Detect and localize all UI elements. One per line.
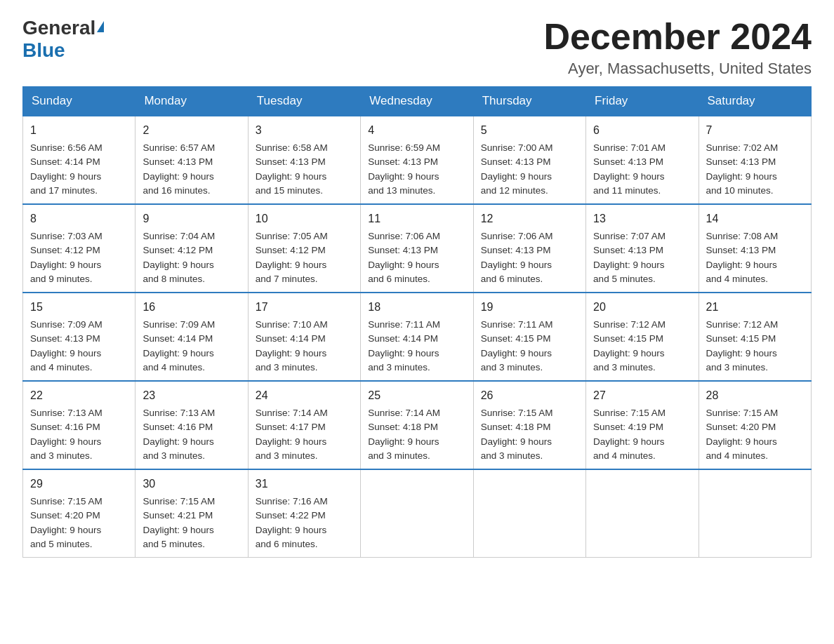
sunrise-label: Sunrise: 7:04 AM xyxy=(143,231,215,241)
header-monday: Monday xyxy=(135,87,248,116)
sunset-label: Sunset: 4:13 PM xyxy=(143,156,213,167)
sunset-label: Sunset: 4:14 PM xyxy=(143,333,213,344)
sunrise-label: Sunrise: 7:15 AM xyxy=(481,408,553,418)
daylight-label: Daylight: 9 hours xyxy=(30,525,101,535)
sunset-label: Sunset: 4:13 PM xyxy=(30,333,100,344)
daylight-minutes: and 3 minutes. xyxy=(593,362,656,373)
sunset-label: Sunset: 4:12 PM xyxy=(30,245,100,255)
calendar-cell: 31 Sunrise: 7:16 AM Sunset: 4:22 PM Dayl… xyxy=(248,469,360,558)
daylight-minutes: and 6 minutes. xyxy=(256,539,318,549)
day-number: 22 xyxy=(30,387,128,404)
day-number: 7 xyxy=(706,122,804,139)
calendar-cell: 22 Sunrise: 7:13 AM Sunset: 4:16 PM Dayl… xyxy=(23,381,135,469)
daylight-minutes: and 17 minutes. xyxy=(30,185,98,196)
day-number: 24 xyxy=(256,387,353,404)
daylight-label: Daylight: 9 hours xyxy=(143,436,213,447)
daylight-minutes: and 3 minutes. xyxy=(481,362,543,373)
day-number: 12 xyxy=(481,210,578,227)
sunrise-label: Sunrise: 7:14 AM xyxy=(368,408,440,418)
sunrise-label: Sunrise: 7:14 AM xyxy=(256,408,328,418)
sunset-label: Sunset: 4:18 PM xyxy=(368,422,438,432)
daylight-label: Daylight: 9 hours xyxy=(143,171,213,182)
calendar-week-1: 1 Sunrise: 6:56 AM Sunset: 4:14 PM Dayli… xyxy=(23,116,812,204)
sunrise-label: Sunrise: 7:15 AM xyxy=(30,496,102,507)
header-wednesday: Wednesday xyxy=(361,87,473,116)
day-number: 23 xyxy=(143,387,240,404)
day-number: 29 xyxy=(30,476,128,492)
location-subtitle: Ayer, Massachusetts, United States xyxy=(543,60,812,78)
daylight-minutes: and 6 minutes. xyxy=(368,274,430,284)
sunrise-label: Sunrise: 7:03 AM xyxy=(30,231,102,241)
daylight-minutes: and 3 minutes. xyxy=(30,450,93,461)
sunrise-label: Sunrise: 7:09 AM xyxy=(30,319,102,330)
calendar-cell: 1 Sunrise: 6:56 AM Sunset: 4:14 PM Dayli… xyxy=(23,116,135,204)
sunrise-label: Sunrise: 7:10 AM xyxy=(256,319,328,330)
sunrise-label: Sunrise: 7:16 AM xyxy=(256,496,328,507)
calendar-cell: 21 Sunrise: 7:12 AM Sunset: 4:15 PM Dayl… xyxy=(699,293,811,381)
daylight-minutes: and 3 minutes. xyxy=(256,450,318,461)
calendar-cell: 8 Sunrise: 7:03 AM Sunset: 4:12 PM Dayli… xyxy=(23,204,135,293)
daylight-label: Daylight: 9 hours xyxy=(593,260,664,270)
day-number: 13 xyxy=(593,210,691,227)
logo-blue-text: Blue xyxy=(22,39,65,62)
daylight-minutes: and 3 minutes. xyxy=(143,450,205,461)
calendar-cell: 29 Sunrise: 7:15 AM Sunset: 4:20 PM Dayl… xyxy=(23,469,135,558)
sunset-label: Sunset: 4:13 PM xyxy=(593,245,663,255)
daylight-label: Daylight: 9 hours xyxy=(368,348,439,358)
calendar-cell: 30 Sunrise: 7:15 AM Sunset: 4:21 PM Dayl… xyxy=(135,469,248,558)
daylight-minutes: and 3 minutes. xyxy=(481,450,543,461)
sunset-label: Sunset: 4:12 PM xyxy=(256,245,326,255)
sunrise-label: Sunrise: 6:57 AM xyxy=(143,142,215,153)
daylight-minutes: and 3 minutes. xyxy=(706,362,769,373)
calendar-cell: 2 Sunrise: 6:57 AM Sunset: 4:13 PM Dayli… xyxy=(135,116,248,204)
daylight-label: Daylight: 9 hours xyxy=(143,260,213,270)
month-year-title: December 2024 xyxy=(543,17,812,57)
daylight-minutes: and 15 minutes. xyxy=(256,185,323,196)
daylight-label: Daylight: 9 hours xyxy=(256,436,326,447)
daylight-label: Daylight: 9 hours xyxy=(256,171,326,182)
calendar-cell: 16 Sunrise: 7:09 AM Sunset: 4:14 PM Dayl… xyxy=(135,293,248,381)
sunset-label: Sunset: 4:16 PM xyxy=(30,422,100,432)
sunrise-label: Sunrise: 7:08 AM xyxy=(706,231,779,241)
daylight-label: Daylight: 9 hours xyxy=(30,348,101,358)
sunrise-label: Sunrise: 6:59 AM xyxy=(368,142,440,153)
calendar-cell: 25 Sunrise: 7:14 AM Sunset: 4:18 PM Dayl… xyxy=(361,381,473,469)
sunrise-label: Sunrise: 7:13 AM xyxy=(30,408,102,418)
daylight-minutes: and 9 minutes. xyxy=(30,274,93,284)
sunrise-label: Sunrise: 7:07 AM xyxy=(593,231,666,241)
sunrise-label: Sunrise: 7:06 AM xyxy=(481,231,553,241)
daylight-minutes: and 4 minutes. xyxy=(593,450,656,461)
sunrise-label: Sunrise: 7:13 AM xyxy=(143,408,215,418)
daylight-minutes: and 6 minutes. xyxy=(481,274,543,284)
day-number: 26 xyxy=(481,387,578,404)
header-tuesday: Tuesday xyxy=(248,87,360,116)
calendar-cell: 15 Sunrise: 7:09 AM Sunset: 4:13 PM Dayl… xyxy=(23,293,135,381)
sunset-label: Sunset: 4:15 PM xyxy=(481,333,551,344)
daylight-label: Daylight: 9 hours xyxy=(256,260,326,270)
sunset-label: Sunset: 4:13 PM xyxy=(593,156,663,167)
calendar-cell: 10 Sunrise: 7:05 AM Sunset: 4:12 PM Dayl… xyxy=(248,204,360,293)
sunset-label: Sunset: 4:16 PM xyxy=(143,422,213,432)
day-number: 25 xyxy=(368,387,465,404)
sunset-label: Sunset: 4:13 PM xyxy=(256,156,326,167)
calendar-cell: 20 Sunrise: 7:12 AM Sunset: 4:15 PM Dayl… xyxy=(586,293,699,381)
daylight-label: Daylight: 9 hours xyxy=(481,436,552,447)
sunset-label: Sunset: 4:13 PM xyxy=(368,156,438,167)
daylight-label: Daylight: 9 hours xyxy=(143,525,213,535)
sunset-label: Sunset: 4:19 PM xyxy=(593,422,663,432)
sunset-label: Sunset: 4:14 PM xyxy=(368,333,438,344)
daylight-minutes: and 3 minutes. xyxy=(368,362,430,373)
day-number: 14 xyxy=(706,210,804,227)
daylight-minutes: and 5 minutes. xyxy=(593,274,656,284)
calendar-week-4: 22 Sunrise: 7:13 AM Sunset: 4:16 PM Dayl… xyxy=(23,381,812,469)
daylight-label: Daylight: 9 hours xyxy=(256,348,326,358)
calendar-cell: 24 Sunrise: 7:14 AM Sunset: 4:17 PM Dayl… xyxy=(248,381,360,469)
sunrise-label: Sunrise: 6:58 AM xyxy=(256,142,328,153)
daylight-label: Daylight: 9 hours xyxy=(368,260,439,270)
logo-general-text: General xyxy=(22,17,95,39)
calendar-week-2: 8 Sunrise: 7:03 AM Sunset: 4:12 PM Dayli… xyxy=(23,204,812,293)
day-number: 28 xyxy=(706,387,804,404)
daylight-minutes: and 5 minutes. xyxy=(143,539,205,549)
day-number: 21 xyxy=(706,299,804,316)
page-header: General Blue December 2024 Ayer, Massach… xyxy=(22,17,812,78)
